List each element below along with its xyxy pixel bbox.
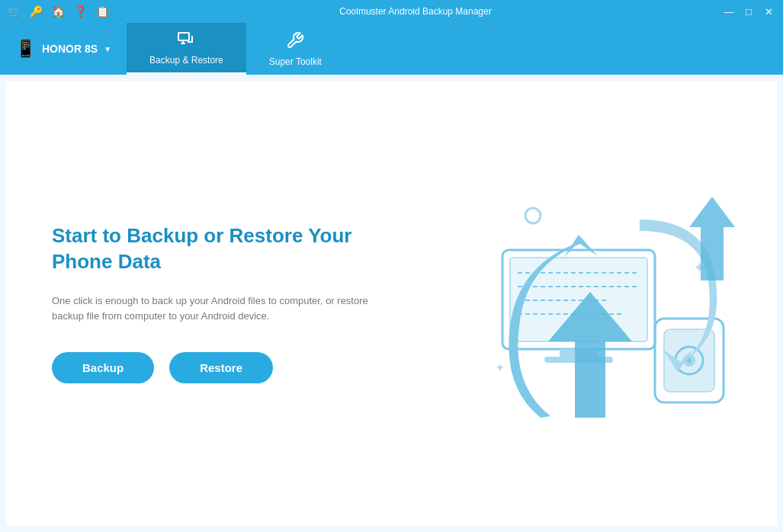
maximize-button[interactable]: □ [742,6,756,18]
cart-icon[interactable]: 🛒 [8,5,21,18]
tab-super-toolkit[interactable]: Super Toolkit [246,23,345,75]
close-button[interactable]: ✕ [762,6,775,18]
super-toolkit-tab-icon [286,31,304,53]
minimize-button[interactable]: — [722,6,736,18]
main-content: Start to Backup or Restore Your Phone Da… [6,81,777,526]
navbar: 📱 HONOR 8S ▼ Backup & Restore Super Tool… [0,23,783,75]
backup-restore-tab-icon [177,30,195,52]
home-icon[interactable]: 🏠 [52,5,65,18]
svg-text:✦: ✦ [495,361,505,374]
svg-point-18 [687,358,692,363]
help-icon[interactable]: ❓ [74,5,87,18]
phone-icon: 📱 [15,39,36,59]
titlebar: 🛒 🔑 🏠 ❓ 📋 Coolmuster Android Backup Mana… [0,0,783,23]
svg-rect-0 [178,33,189,40]
main-description: One click is enough to back up your Andr… [52,293,387,325]
window-controls: — □ ✕ [722,6,775,18]
backup-illustration: ✦ ✦ [457,174,746,433]
tab-backup-restore[interactable]: Backup & Restore [127,23,246,75]
tab-backup-restore-label: Backup & Restore [149,55,223,66]
device-name: HONOR 8S [42,43,98,55]
left-section: Start to Backup or Restore Your Phone Da… [6,178,448,429]
main-heading: Start to Backup or Restore Your Phone Da… [52,223,403,275]
action-buttons: Backup Restore [52,352,403,383]
titlebar-action-icons: 🛒 🔑 🏠 ❓ 📋 [8,5,109,18]
app-title: Coolmuster Android Backup Manager [109,6,722,17]
restore-button[interactable]: Restore [169,352,273,383]
clipboard-icon[interactable]: 📋 [96,5,109,18]
device-section: 📱 HONOR 8S ▼ [0,23,127,75]
svg-point-3 [525,208,541,223]
tab-super-toolkit-label: Super Toolkit [269,56,322,67]
backup-button[interactable]: Backup [52,352,154,383]
key-icon[interactable]: 🔑 [30,5,43,18]
device-dropdown-icon[interactable]: ▼ [104,45,111,53]
